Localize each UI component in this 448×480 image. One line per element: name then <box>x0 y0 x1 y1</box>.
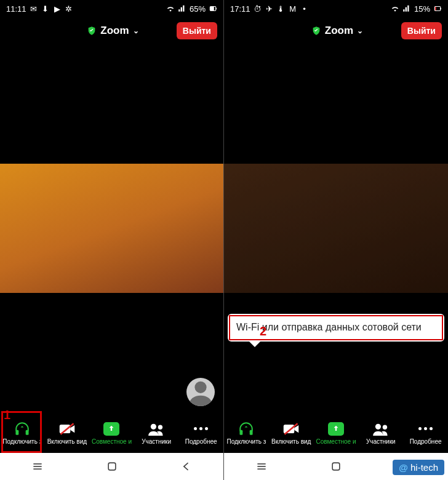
more-button[interactable]: Подробнее <box>403 421 448 445</box>
signal-icon <box>402 4 411 13</box>
svg-rect-15 <box>435 7 436 10</box>
status-bar: 17:11 ⏱ ✈ 🌡 M • 15% <box>224 0 448 17</box>
at-icon: @ <box>399 462 408 473</box>
svg-point-22 <box>383 425 387 429</box>
highlight-number-2: 2 <box>260 323 266 339</box>
svg-rect-18 <box>250 430 253 434</box>
participant-video <box>0 164 223 293</box>
chevron-down-icon: ⌄ <box>133 26 139 35</box>
back-button[interactable] <box>180 460 193 473</box>
download-icon: ⬇ <box>41 4 50 13</box>
more-icon <box>194 427 208 430</box>
wifi-icon <box>391 4 399 13</box>
chevron-down-icon: ⌄ <box>357 26 363 35</box>
share-icon <box>328 422 344 436</box>
participants-button[interactable]: Участники <box>134 421 179 445</box>
svg-rect-17 <box>240 430 243 434</box>
more-button[interactable]: Подробнее <box>178 421 223 445</box>
wifi-icon <box>166 4 175 13</box>
signal-icon <box>178 4 186 13</box>
home-button[interactable] <box>106 460 118 473</box>
join-audio-button[interactable]: Подключить з <box>0 421 45 445</box>
battery-low-icon <box>433 4 442 13</box>
svg-point-9 <box>158 425 162 429</box>
watermark: @ hi-tech <box>393 460 444 475</box>
mail-icon: ✉ <box>30 4 38 13</box>
join-audio-button[interactable]: Подключить з <box>224 421 269 445</box>
status-bar: 11:11 ✉ ⬇ ▶ ✲ 65% <box>0 0 223 17</box>
battery-text: 15% <box>414 4 430 14</box>
recents-button[interactable] <box>31 460 44 473</box>
status-time: 11:11 <box>6 4 26 14</box>
video-area: Wi-Fi или отправка данных сотовой сети 2 <box>224 44 448 412</box>
home-button[interactable] <box>330 460 342 473</box>
youtube-icon: ▶ <box>53 4 62 13</box>
screenshot-left: 11:11 ✉ ⬇ ▶ ✲ 65% Zoom ⌄ <box>0 0 224 480</box>
battery-text: 65% <box>190 4 206 14</box>
svg-point-3 <box>194 382 206 393</box>
svg-rect-2 <box>216 8 217 9</box>
settings-small-icon: ✲ <box>65 4 73 13</box>
share-icon <box>103 422 119 436</box>
meeting-title[interactable]: Zoom ⌄ <box>87 25 138 37</box>
svg-rect-4 <box>16 430 19 434</box>
share-button[interactable]: Совместное и <box>89 421 134 445</box>
svg-rect-19 <box>284 425 295 433</box>
meeting-header: Zoom ⌄ Выйти <box>0 17 223 44</box>
svg-rect-26 <box>332 463 340 470</box>
start-video-button[interactable]: Включить вид <box>269 421 314 445</box>
meeting-toolbar: Подключить з Включить вид Совместное и У… <box>224 412 448 453</box>
recents-button[interactable] <box>255 460 268 473</box>
telegram-icon: ✈ <box>265 4 274 13</box>
highlight-number-1: 1 <box>4 408 10 422</box>
svg-point-21 <box>375 423 381 429</box>
shield-icon <box>311 26 321 36</box>
audio-option-popup[interactable]: Wi-Fi или отправка данных сотовой сети 2 <box>228 314 444 342</box>
thermometer-icon: 🌡 <box>277 4 286 13</box>
android-navbar <box>0 453 223 480</box>
more-icon <box>418 427 433 430</box>
meeting-header: Zoom ⌄ Выйти <box>224 17 448 44</box>
leave-button[interactable]: Выйти <box>401 22 442 39</box>
leave-button[interactable]: Выйти <box>177 22 217 39</box>
participant-video <box>224 164 448 293</box>
participants-button[interactable]: Участники <box>358 421 403 445</box>
svg-rect-5 <box>26 430 29 434</box>
meeting-title[interactable]: Zoom ⌄ <box>311 25 363 37</box>
svg-point-8 <box>151 423 156 429</box>
svg-rect-1 <box>210 7 214 10</box>
dot-icon: • <box>300 4 309 13</box>
shield-icon <box>87 26 97 36</box>
start-video-button[interactable]: Включить вид <box>45 421 90 445</box>
alarm-icon: ⏱ <box>254 4 262 13</box>
gmail-icon: M <box>289 4 297 13</box>
self-avatar[interactable] <box>186 378 215 406</box>
svg-rect-13 <box>108 463 116 470</box>
svg-rect-16 <box>441 8 441 9</box>
battery-icon <box>209 4 217 13</box>
status-time: 17:11 <box>230 4 250 14</box>
meeting-toolbar: Подключить з Включить вид Совместное и У… <box>0 412 223 453</box>
popup-arrow <box>249 341 261 347</box>
svg-rect-6 <box>60 425 71 433</box>
video-area <box>0 44 223 412</box>
share-button[interactable]: Совместное и <box>314 421 359 445</box>
screenshot-right: 17:11 ⏱ ✈ 🌡 M • 15% Zoom ⌄ <box>224 0 448 480</box>
